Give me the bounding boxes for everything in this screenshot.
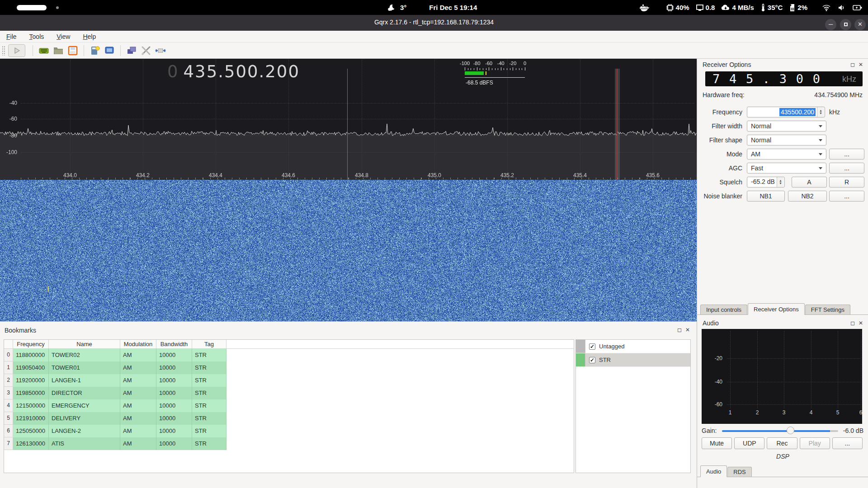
workspace-dot[interactable] [56,6,59,9]
tag-list[interactable]: ✓ Untagged ✓ STR [576,339,691,473]
float-panel-icon[interactable]: ◻ [850,320,855,326]
close-panel-icon[interactable]: ✕ [859,320,863,326]
frequency-readout[interactable]: 0435.500.200 [167,62,300,81]
audio-fft-display[interactable]: -20 -40 -60 1 2 3 4 5 6 [702,329,862,424]
table-row[interactable]: 7126130000ATISAM10000STR [4,437,574,450]
table-row[interactable]: 3119850000DIRECTORAM10000STR [4,387,574,399]
tools-icon[interactable] [140,45,152,56]
table-cell: 121500000 [13,399,49,412]
close-panel-icon[interactable]: ✕ [859,61,863,68]
nb-options-button[interactable]: ... [829,191,864,202]
gain-slider[interactable] [722,430,838,432]
tag-color-swatch[interactable] [576,353,585,366]
filter-shape-select[interactable]: Normal [747,135,826,145]
clock-menu[interactable]: 3° Fri Dec 5 19:14 [387,0,477,15]
mode-options-button[interactable]: ... [829,149,864,160]
maximize-button[interactable] [840,19,851,30]
squelch-spinner[interactable]: ▲▼ [777,177,784,187]
row-index[interactable]: 3 [4,387,13,399]
tab-rds[interactable]: RDS [727,467,751,477]
play-button[interactable]: Play [800,437,830,449]
column-header-frequency[interactable]: Frequency [13,340,49,348]
tab-receiver-options[interactable]: Receiver Options [748,303,805,315]
table-cell: AM [120,412,156,425]
system-monitor-indicators[interactable]: 40% 0.8 4 MB/s 35°C 2% [639,0,807,15]
squelch-input[interactable]: -65.2 dB ▲▼ [747,177,785,188]
table-cell: STR [192,374,226,387]
float-panel-icon[interactable]: ◻ [677,327,682,333]
filter-width-select[interactable]: Normal [747,121,826,131]
table-cell: AM [120,399,156,412]
tag-row-str[interactable]: ✓ STR [576,353,690,367]
tag-row-untagged[interactable]: ✓ Untagged [576,340,690,353]
row-index[interactable]: 5 [4,412,13,425]
frequency-input[interactable]: 435500.200 ▲▼ [747,107,825,117]
agc-select[interactable]: Fast [747,163,826,174]
system-status-area[interactable] [822,0,863,15]
start-dsp-button[interactable] [8,44,25,57]
mode-select[interactable]: AM [747,149,826,160]
io-devices-icon[interactable] [38,45,50,56]
column-header-modulation[interactable]: Modulation [120,340,156,348]
column-header-tag[interactable]: Tag [192,340,226,348]
signal-level-bar [465,71,484,75]
table-cell: TOWER01 [49,361,120,374]
row-index[interactable]: 1 [4,361,13,374]
open-file-icon[interactable] [52,45,64,56]
menu-tools[interactable]: Tools [23,32,51,42]
menu-view[interactable]: View [50,32,76,42]
squelch-reset-button[interactable]: R [829,177,864,188]
rec-button[interactable]: Rec [767,437,797,449]
column-header-name[interactable]: Name [49,340,120,348]
close-button[interactable]: ✕ [854,19,866,30]
save-file-icon[interactable] [67,45,79,56]
squelch-auto-button[interactable]: A [792,177,827,188]
table-row[interactable]: 6125050000LANGEN-2AM10000STR [4,425,574,437]
audio-options-button[interactable]: ... [832,437,863,449]
table-cell: AM [120,437,156,450]
tag-color-swatch[interactable] [576,340,585,353]
bookmarks-table[interactable]: Frequency Name Modulation Bandwidth Tag … [4,339,574,473]
row-index[interactable]: 2 [4,374,13,387]
menu-file[interactable]: File [0,32,23,42]
column-header-bandwidth[interactable]: Bandwidth [156,340,192,348]
table-row[interactable]: 2119200000LANGEN-1AM10000STR [4,374,574,387]
table-row[interactable]: 5121910000DELIVERYAM10000STR [4,412,574,425]
gridline [21,119,694,119]
tab-audio[interactable]: Audio [700,465,727,477]
tab-input-controls[interactable]: Input controls [700,305,747,314]
agc-options-button[interactable]: ... [829,163,864,174]
tag-checkbox[interactable]: ✓ [589,343,595,350]
table-row[interactable]: 4121500000EMERGENCYAM10000STR [4,399,574,412]
activities-pill[interactable] [17,5,47,10]
gain-slider-handle[interactable] [787,427,794,434]
table-row[interactable]: 1119050400TOWER01AM10000STR [4,361,574,374]
bookmarks-icon[interactable] [89,45,101,56]
frequency-spinner[interactable]: ▲▼ [817,107,824,117]
udp-button[interactable]: UDP [734,437,764,449]
fit-width-icon[interactable] [155,45,166,56]
row-index[interactable]: 4 [4,399,13,412]
waterfall-display[interactable] [0,180,697,321]
agc-label: AGC [697,164,742,172]
spectrum-plot[interactable]: -40 -60 -80 -100 434.0 434.2 434.4 434.6… [0,59,697,180]
receiver-frequency-lcd[interactable]: 7 4 5 . 3 0 0 kHz [705,71,863,86]
close-panel-icon[interactable]: ✕ [685,327,690,333]
tag-checkbox[interactable]: ✓ [589,357,595,363]
row-index[interactable]: 0 [4,349,13,361]
nb1-button[interactable]: NB1 [747,191,785,202]
nb2-button[interactable]: NB2 [788,191,827,202]
table-row[interactable]: 0118800000TOWER02AM10000STR [4,349,574,361]
mute-button[interactable]: Mute [702,437,732,449]
table-cell: 119850000 [13,387,49,399]
row-index[interactable]: 7 [4,437,13,450]
toolbar-drag-handle[interactable] [2,46,5,56]
windows-icon[interactable] [126,45,137,56]
menu-help[interactable]: Help [76,32,102,42]
tab-fft-settings[interactable]: FFT Settings [805,305,850,314]
remote-control-icon[interactable] [104,45,115,56]
minimize-button[interactable]: ─ [825,19,836,30]
row-index[interactable]: 6 [4,425,13,437]
tuning-marker[interactable] [617,69,618,180]
float-panel-icon[interactable]: ◻ [850,61,855,68]
